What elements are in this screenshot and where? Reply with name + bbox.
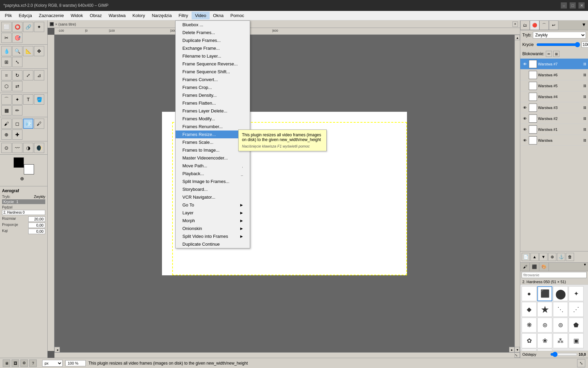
tab-gradients[interactable]: 🎨: [539, 263, 549, 271]
mode-select[interactable]: Zwykły: [533, 32, 586, 39]
scroll-up-btn[interactable]: ▴: [514, 35, 520, 40]
menu-plik[interactable]: Plik: [1, 12, 15, 19]
layer-eye-icon[interactable]: 👁: [522, 116, 528, 122]
brush-cell[interactable]: ●: [522, 286, 537, 301]
tool-scissors[interactable]: ✂: [1, 33, 12, 43]
layer-eye-icon[interactable]: 👁: [522, 61, 528, 67]
layer-item[interactable]: 👁 Warstwa #3 ⛓: [520, 102, 588, 113]
menu-entry-frames_layer_delete[interactable]: Frames Layer Delete...: [176, 107, 250, 115]
tool-smudge[interactable]: 〰: [12, 143, 22, 153]
menu-narzedzia[interactable]: Narzędzia: [148, 12, 175, 19]
menu-entry-duplicate_frames[interactable]: Duplicate Frames...: [176, 36, 250, 44]
brush-cell[interactable]: ⊛: [537, 318, 552, 333]
brush-cell[interactable]: ⬤: [553, 286, 568, 301]
menu-entry-split_video[interactable]: Split Video into Frames▶: [176, 232, 250, 240]
lock-transparency-btn[interactable]: ⊞: [553, 51, 559, 57]
layer-eye-icon[interactable]: [522, 83, 528, 89]
tool-shear[interactable]: ⊿: [34, 70, 44, 80]
unit-select[interactable]: px: [42, 360, 63, 367]
right-panel-menu-icon[interactable]: ▼: [580, 20, 588, 29]
tab-channels-icon[interactable]: 🔴: [530, 20, 539, 30]
tool-fuzzy-select[interactable]: ✦: [34, 22, 44, 32]
tool-ink[interactable]: 🖋: [34, 119, 44, 129]
tool-flip[interactable]: ⇄: [12, 81, 22, 91]
brushes-menu-icon[interactable]: ▼: [582, 263, 588, 271]
tool-path[interactable]: ⌒: [1, 94, 12, 105]
menu-entry-bluebox[interactable]: Bluebox ...: [176, 21, 250, 29]
menu-entry-onionskin[interactable]: Onionskin▶: [176, 225, 250, 232]
raise-layer-btn[interactable]: ▲: [530, 253, 539, 261]
tool-blend[interactable]: ▦: [1, 105, 12, 116]
menu-okna[interactable]: Okna: [210, 12, 227, 19]
foreground-color[interactable]: [14, 157, 24, 168]
tool-bucket-fill[interactable]: 🪣: [34, 94, 44, 105]
tool-pencil[interactable]: ✏: [12, 105, 22, 116]
tool-perspective[interactable]: ⬡: [1, 81, 12, 91]
tool-eraser[interactable]: ◻: [12, 119, 22, 129]
tool-heal[interactable]: ✚: [12, 129, 22, 140]
layer-eye-icon[interactable]: 👁: [522, 105, 528, 111]
tool-airbrush[interactable]: 💨: [23, 119, 33, 129]
menu-pomoc[interactable]: Pomoc: [227, 12, 247, 19]
menu-entry-frame_seq_reverse[interactable]: Frame Sequence Reverse...: [176, 60, 250, 68]
scroll-left-btn[interactable]: ◂: [54, 347, 60, 352]
brush-cell[interactable]: ⊚: [553, 318, 568, 333]
layer-item[interactable]: 👁 Warstwa #2 ⛓: [520, 113, 588, 124]
layer-eye-icon[interactable]: [522, 94, 528, 100]
brush-cell[interactable]: ⋰: [569, 302, 584, 317]
tool-foreground-select[interactable]: 🎯: [12, 33, 22, 43]
tab-paths-icon[interactable]: ⌒: [539, 20, 549, 30]
menu-zaznaczenie[interactable]: Zaznaczenie: [35, 12, 67, 19]
lock-pixels-btn[interactable]: ✏: [546, 51, 552, 57]
tool-convolve[interactable]: ⊙: [1, 143, 12, 153]
menu-video[interactable]: Video: [192, 12, 210, 19]
brush-cell[interactable]: ✿: [522, 333, 537, 348]
tool-rect-select[interactable]: ⬜: [1, 22, 12, 32]
tool-align[interactable]: ⊞: [1, 57, 12, 67]
layer-item[interactable]: 👁 Warstwa #1 ⛓: [520, 124, 588, 135]
tool-desaturate[interactable]: 🌒: [34, 143, 44, 153]
menu-entry-go_to[interactable]: Go To▶: [176, 201, 250, 209]
menu-entry-delete_frames[interactable]: Delete Frames...: [176, 29, 250, 36]
menu-filtry[interactable]: Filtry: [175, 12, 192, 19]
menu-entry-storyboard[interactable]: Storyboard...: [176, 185, 250, 193]
menu-entry-frames_modify[interactable]: Frames Modify...: [176, 115, 250, 123]
brush-cell[interactable]: ▣: [569, 333, 584, 348]
brush-cell[interactable]: ◆: [522, 302, 537, 317]
tool-rotate[interactable]: ↻: [12, 70, 22, 80]
layer-eye-icon[interactable]: 👁: [522, 137, 528, 143]
brush-cell[interactable]: ⬟: [569, 318, 584, 333]
canvas-close-btn[interactable]: ×: [512, 21, 518, 27]
brush-cell[interactable]: ❋: [522, 318, 537, 333]
tool-clone[interactable]: ⊕: [1, 129, 12, 140]
menu-entry-vcr_nav[interactable]: VCR Navigator...: [176, 193, 250, 201]
tab-layers-icon[interactable]: 🗂: [520, 20, 530, 30]
menu-obraz[interactable]: Obraz: [86, 12, 105, 19]
scroll-horizontal[interactable]: [54, 352, 514, 358]
layer-item[interactable]: Warstwa #4 ⛓: [520, 91, 588, 102]
layer-eye-icon[interactable]: [522, 72, 528, 78]
maximize-button[interactable]: □: [570, 2, 576, 9]
layer-item[interactable]: Warstwa #5 ⛓: [520, 80, 588, 91]
tool-crop[interactable]: ⌗: [1, 70, 12, 80]
menu-entry-frames_density[interactable]: Frames Density...: [176, 91, 250, 99]
tool-transform[interactable]: ⤡: [12, 57, 22, 67]
tool-zoom[interactable]: 🔍: [12, 46, 22, 56]
brush-cell[interactable]: ❀: [537, 333, 552, 348]
tab-undo-icon[interactable]: ↩: [549, 20, 558, 30]
tool-measure[interactable]: 📐: [23, 46, 33, 56]
menu-entry-filename_layer[interactable]: Filename to Layer...: [176, 52, 250, 60]
menu-entry-frames_crop[interactable]: Frames Crop...: [176, 83, 250, 91]
menu-entry-dup_continue[interactable]: Duplicate Continue: [176, 240, 250, 248]
menu-entry-move_path[interactable]: Move Path...,: [176, 162, 250, 170]
menu-entry-layer[interactable]: Layer▶: [176, 209, 250, 217]
spacing-slider[interactable]: [550, 352, 577, 357]
menu-entry-playback[interactable]: Playback..._: [176, 170, 250, 178]
menu-entry-split_image[interactable]: Split Image to Frames...: [176, 178, 250, 185]
opacity-slider[interactable]: [536, 42, 580, 47]
tool-color-picker[interactable]: 💧: [1, 46, 12, 56]
new-layer-btn[interactable]: 📄: [522, 253, 530, 261]
tool-text[interactable]: T: [23, 94, 33, 105]
menu-entry-exchange_frame[interactable]: Exchange Frame...: [176, 44, 250, 52]
lower-layer-btn[interactable]: ▼: [539, 253, 548, 261]
